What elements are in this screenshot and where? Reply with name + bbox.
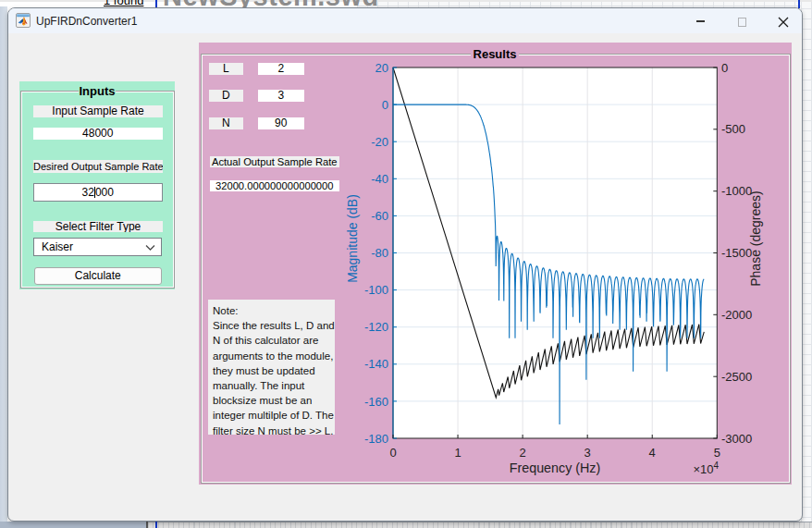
svg-text:-2000: -2000 xyxy=(721,308,752,322)
svg-text:-80: -80 xyxy=(371,246,388,260)
svg-text:-180: -180 xyxy=(364,432,388,446)
svg-text:3: 3 xyxy=(584,446,591,460)
svg-text:Magnitude (dB): Magnitude (dB) xyxy=(345,194,360,283)
svg-text:-20: -20 xyxy=(371,135,388,149)
svg-text:-100: -100 xyxy=(364,283,388,297)
svg-text:-2500: -2500 xyxy=(721,370,752,384)
svg-text:1: 1 xyxy=(454,446,461,460)
svg-text:-120: -120 xyxy=(364,320,388,334)
svg-text:0: 0 xyxy=(721,61,728,75)
svg-text:Phase (degrees): Phase (degrees) xyxy=(748,190,763,287)
svg-text:0: 0 xyxy=(389,446,396,460)
svg-text:5: 5 xyxy=(714,446,720,460)
svg-text:4: 4 xyxy=(649,446,656,460)
svg-text:Frequency (Hz): Frequency (Hz) xyxy=(510,460,601,475)
svg-text:×104: ×104 xyxy=(693,460,719,476)
svg-text:-160: -160 xyxy=(364,395,388,409)
svg-text:2: 2 xyxy=(519,446,525,460)
svg-text:-40: -40 xyxy=(371,172,388,186)
svg-text:-60: -60 xyxy=(371,209,388,223)
svg-text:0: 0 xyxy=(382,98,388,112)
svg-text:-3000: -3000 xyxy=(721,432,752,446)
svg-text:-500: -500 xyxy=(721,122,745,136)
svg-text:-140: -140 xyxy=(364,357,388,371)
svg-text:20: 20 xyxy=(375,61,388,75)
